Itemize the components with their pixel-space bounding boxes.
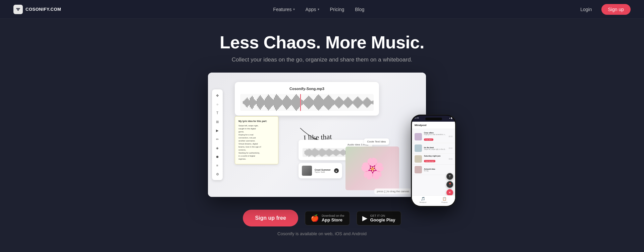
googleplay-badge[interactable]: ▶ GET IT ON Google Play — [357, 211, 401, 225]
waveform-visual: // Generate waveform bars inline (functi… — [240, 94, 374, 111]
signup-button[interactable]: Sign up — [601, 4, 631, 15]
nav-apps[interactable]: Apps ▾ — [306, 7, 319, 12]
song-info: Cruel Summer Taylor Swift — [315, 169, 331, 173]
lyric-note-header: My lyric idea for this part: — [238, 120, 275, 122]
googleplay-text: GET IT ON Google Play — [370, 214, 395, 222]
list-item[interactable]: Cozy vibes Hoping for a real connection,… — [412, 130, 455, 143]
googleplay-sub: GET IT ON — [370, 214, 395, 217]
item-time: 00:13 — [449, 136, 452, 137]
draw-tool[interactable]: ✏ — [214, 136, 221, 142]
play-store-icon: ▶ — [362, 214, 367, 222]
nav-features[interactable]: Features ▾ — [273, 7, 294, 12]
text-tool[interactable]: T — [214, 110, 221, 116]
svg-rect-2 — [17, 10, 19, 11]
svg-rect-0 — [16, 8, 20, 9]
item-desc: Swipe left, swipe right, in the digital — [424, 149, 447, 150]
phone-content: Mindpool Cozy vibes Hoping for a real co… — [412, 122, 455, 206]
play-button[interactable]: ▶ — [334, 168, 339, 173]
projects-icon: 📋 — [442, 197, 446, 201]
phone-nav-projects[interactable]: 📋 Projects — [441, 197, 447, 203]
item-tag: Saturday night — [424, 160, 435, 162]
record-tool[interactable]: ⏺ — [214, 153, 221, 160]
chevron-down-icon: ▾ — [293, 7, 295, 11]
phone-mockup: 11:43 ▲ ▊ Mindpool Cozy vibes Hoping for… — [411, 115, 456, 207]
item-thumb — [415, 155, 422, 163]
logo[interactable]: COSONIFY.COM — [13, 5, 61, 14]
text-idea-badge: Coole Text Idea — [364, 138, 389, 145]
shapes-tool[interactable]: ◈ — [214, 144, 221, 151]
phone-bottom-nav: 🎵 Mindpool 📋 Projects — [412, 195, 455, 205]
chevron-down-icon: ▾ — [318, 7, 319, 11]
logo-icon — [13, 5, 23, 14]
item-thumb — [415, 144, 422, 152]
logo-text: COSONIFY.COM — [25, 7, 61, 12]
song-card[interactable]: Cruel Summer Taylor Swift ▶ — [299, 163, 342, 178]
footer-note: Cosonify is available on web, iOS and An… — [277, 231, 367, 236]
phone-fab-close[interactable]: ✕ — [446, 189, 453, 196]
flower-photo: 🌸 — [360, 157, 385, 180]
whiteboard-screenshot: ✥ ○ T ⊞ ▶ ✏ ◈ ⏺ ≡ ⚙ Cosonify-Song.mp3 — [208, 73, 426, 197]
screenshot-area: ✥ ○ T ⊞ ▶ ✏ ◈ ⏺ ≡ ⚙ Cosonify-Song.mp3 — [208, 73, 436, 200]
phone-screen: 11:43 ▲ ▊ Mindpool Cozy vibes Hoping for… — [412, 116, 455, 206]
waveform-title: Cosonify-Song.mp3 — [240, 87, 374, 91]
image-tool[interactable]: ⊞ — [214, 118, 221, 125]
item-info: Saturday night jam Saturday night — [424, 155, 447, 163]
item-info: Artwork idea No tag — [424, 168, 452, 172]
googleplay-name: Google Play — [370, 217, 395, 222]
nav-actions: Login Sign up — [576, 4, 631, 15]
item-name: Saturday night jam — [424, 155, 447, 157]
item-tag: Cozy vibes — [424, 138, 433, 141]
song-artist: Taylor Swift — [315, 171, 331, 173]
layers-tool[interactable]: ≡ — [214, 162, 221, 169]
appstore-text: Download on the App Store — [322, 214, 344, 222]
item-info: Cozy vibes Hoping for a real connection,… — [424, 132, 447, 141]
navbar: COSONIFY.COM Features ▾ Apps ▾ Pricing B… — [0, 0, 644, 19]
media-tool[interactable]: ▶ — [214, 127, 221, 134]
select-tool[interactable]: ○ — [214, 101, 221, 108]
phone-fab-area: T 📍 ✕ — [446, 173, 453, 196]
mindpool-icon: 🎵 — [421, 197, 425, 201]
phone-app-header: Mindpool — [412, 122, 455, 129]
nav-pricing[interactable]: Pricing — [330, 7, 344, 12]
item-time: 00:22 — [449, 148, 452, 149]
waveform-playhead — [300, 94, 301, 111]
settings-wb-tool[interactable]: ⚙ — [214, 171, 221, 177]
login-button[interactable]: Login — [576, 5, 596, 14]
appstore-sub: Download on the — [322, 214, 344, 217]
nav-links: Features ▾ Apps ▾ Pricing Blog — [273, 7, 364, 12]
lyric-note: My lyric idea for this part: Swipe left,… — [235, 116, 278, 164]
item-desc: No tag — [424, 170, 452, 172]
hero-subtitle: Collect your ideas on the go, organize a… — [232, 56, 413, 63]
item-thumb — [415, 133, 422, 140]
whiteboard-toolbar: ✥ ○ T ⊞ ▶ ✏ ◈ ⏺ ≡ ⚙ — [212, 89, 223, 180]
small-audio-label: Audio idea 3.m4a — [303, 143, 368, 146]
waveform-card: Cosonify-Song.mp3 // Generate waveform b… — [235, 82, 379, 116]
phone-nav-mindpool[interactable]: 🎵 Mindpool — [420, 197, 426, 203]
hero-title: Less Chaos. More Music. — [220, 32, 424, 52]
lyric-note-text: Swipe left, swipe right, caught in the d… — [238, 124, 275, 161]
song-thumbnail — [302, 166, 312, 176]
item-time: 00:02 — [449, 158, 452, 160]
hint-text: press [ ] to drag the canvas — [377, 190, 410, 193]
phone-time: 11:43 — [415, 117, 419, 119]
signup-main-button[interactable]: Sign up free — [243, 210, 298, 226]
whiteboard-canvas[interactable]: ✥ ○ T ⊞ ▶ ✏ ◈ ⏺ ≡ ⚙ Cosonify-Song.mp3 — [208, 73, 426, 197]
nav-blog[interactable]: Blog — [355, 7, 364, 12]
photo-block: 🌸 — [345, 146, 399, 190]
list-item[interactable]: Saturday night jam Saturday night 00:02 — [412, 154, 455, 165]
phone-fab-text[interactable]: T — [446, 173, 453, 180]
move-tool[interactable]: ✥ — [214, 92, 221, 99]
appstore-name: App Store — [322, 217, 344, 222]
item-info: its the beat Swipe left, swipe right, in… — [424, 146, 447, 150]
phone-app-title: Mindpool — [415, 124, 452, 127]
item-desc: Hoping for a real connection, not just — [424, 134, 447, 135]
phone-list: Cozy vibes Hoping for a real connection,… — [412, 129, 455, 176]
appstore-badge[interactable]: 🍎 Download on the App Store — [305, 211, 350, 225]
cta-row: Sign up free 🍎 Download on the App Store… — [243, 210, 401, 226]
phone-fab-location[interactable]: 📍 — [446, 181, 453, 188]
apple-icon: 🍎 — [311, 214, 319, 222]
item-thumb — [415, 166, 422, 173]
list-item[interactable]: its the beat Swipe left, swipe right, in… — [412, 143, 455, 154]
song-name: Cruel Summer — [315, 169, 331, 171]
svg-rect-1 — [17, 9, 19, 10]
